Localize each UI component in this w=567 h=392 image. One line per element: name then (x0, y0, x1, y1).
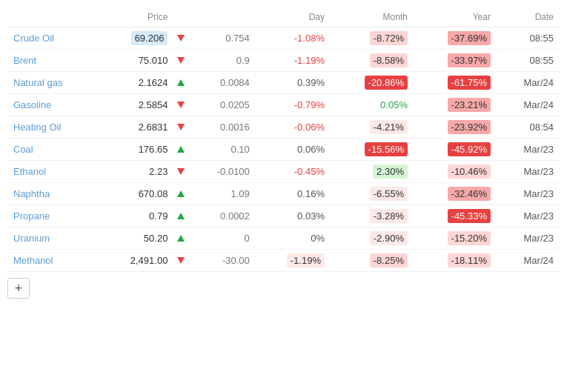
cell-direction (173, 183, 188, 205)
cell-date: Mar/23 (497, 227, 560, 250)
cell-day: 0.03% (256, 205, 331, 227)
cell-price: 2.1624 (99, 72, 173, 94)
col-header-date: Date (497, 7, 560, 27)
table-header-row: Price Day Month Year Date (7, 7, 560, 27)
cell-name[interactable]: Uranium (7, 227, 99, 250)
col-header-month: Month (331, 7, 414, 27)
cell-price: 0.79 (99, 205, 173, 227)
table-row: Propane0.790.00020.03%-3.28%-45.33%Mar/2… (7, 205, 560, 227)
table-row: Uranium50.2000%-2.90%-15.20%Mar/23 (7, 227, 560, 250)
cell-date: Mar/24 (497, 94, 560, 116)
arrow-down-icon (177, 124, 185, 130)
cell-day: 0.06% (256, 139, 331, 161)
cell-change: 0.9 (188, 50, 255, 72)
table-row: Natural gas2.16240.00840.39%-20.86%-61.7… (7, 72, 560, 94)
cell-date: Mar/23 (497, 205, 560, 227)
cell-price: 176.65 (99, 139, 173, 161)
cell-change: 0.754 (188, 27, 255, 50)
cell-name[interactable]: Heating Oil (7, 116, 99, 139)
arrow-down-icon (177, 257, 185, 264)
cell-name[interactable]: Natural gas (7, 72, 99, 94)
commodities-table: Price Day Month Year Date Crude Oil69.20… (7, 7, 560, 272)
cell-direction (173, 72, 188, 94)
cell-month: -8.58% (331, 50, 414, 72)
arrow-up-icon (177, 235, 185, 242)
arrow-up-icon (177, 190, 185, 197)
cell-month: -8.25% (331, 250, 414, 272)
cell-price: 75.010 (99, 50, 173, 72)
cell-name[interactable]: Crude Oil (7, 27, 99, 50)
cell-name[interactable]: Gasoline (7, 94, 99, 116)
cell-day: 0.39% (256, 72, 331, 94)
cell-month: 0.05% (331, 94, 414, 116)
cell-year: -45.92% (414, 139, 497, 161)
cell-price: 670.08 (99, 183, 173, 205)
arrow-up-icon (177, 146, 185, 153)
cell-date: Mar/23 (497, 183, 560, 205)
table-row: Crude Oil69.2060.754-1.08%-8.72%-37.69%0… (7, 27, 560, 50)
cell-change: -0.0100 (188, 161, 255, 183)
cell-price: 50.20 (99, 227, 173, 250)
cell-day: -1.08% (256, 27, 331, 50)
cell-direction (173, 227, 188, 250)
cell-direction (173, 94, 188, 116)
cell-direction (173, 50, 188, 72)
cell-price: 69.206 (99, 27, 173, 50)
cell-direction (173, 27, 188, 50)
cell-change: 0.10 (188, 139, 255, 161)
col-header-year: Year (414, 7, 497, 27)
cell-day: 0.16% (256, 183, 331, 205)
cell-direction (173, 161, 188, 183)
cell-name[interactable]: Methanol (7, 250, 99, 272)
table-row: Brent75.0100.9-1.19%-8.58%-33.97%08:55 (7, 50, 560, 72)
cell-date: Mar/23 (497, 161, 560, 183)
col-header-price: Price (99, 7, 173, 27)
cell-month: -3.28% (331, 205, 414, 227)
cell-name[interactable]: Ethanol (7, 161, 99, 183)
table-row: Naphtha670.081.090.16%-6.55%-32.46%Mar/2… (7, 183, 560, 205)
cell-day: -0.79% (256, 94, 331, 116)
cell-price: 2.5854 (99, 94, 173, 116)
cell-year: -18.11% (414, 250, 497, 272)
cell-day: -0.06% (256, 116, 331, 139)
cell-direction (173, 139, 188, 161)
cell-date: 08:54 (497, 116, 560, 139)
cell-date: 08:55 (497, 50, 560, 72)
commodities-table-container: Price Day Month Year Date Crude Oil69.20… (0, 0, 567, 306)
cell-price: 2.23 (99, 161, 173, 183)
arrow-down-icon (177, 168, 185, 175)
arrow-up-icon (177, 213, 185, 219)
cell-name[interactable]: Propane (7, 205, 99, 227)
add-row-button[interactable]: + (7, 278, 30, 299)
cell-year: -45.33% (414, 205, 497, 227)
cell-change: 1.09 (188, 183, 255, 205)
cell-direction (173, 116, 188, 139)
table-row: Ethanol2.23-0.0100-0.45%2.30%-10.46%Mar/… (7, 161, 560, 183)
cell-name[interactable]: Naphtha (7, 183, 99, 205)
cell-date: Mar/24 (497, 72, 560, 94)
cell-month: 2.30% (331, 161, 414, 183)
cell-month: -2.90% (331, 227, 414, 250)
cell-month: -8.72% (331, 27, 414, 50)
arrow-down-icon (177, 57, 185, 64)
cell-year: -37.69% (414, 27, 497, 50)
cell-price: 2,491.00 (99, 250, 173, 272)
cell-change: 0 (188, 227, 255, 250)
cell-name[interactable]: Brent (7, 50, 99, 72)
cell-day: -1.19% (256, 50, 331, 72)
cell-month: -4.21% (331, 116, 414, 139)
cell-change: -30.00 (188, 250, 255, 272)
cell-date: Mar/24 (497, 250, 560, 272)
table-row: Gasoline2.58540.0205-0.79%0.05%-23.21%Ma… (7, 94, 560, 116)
cell-day: -1.19% (256, 250, 331, 272)
arrow-down-icon (177, 35, 185, 41)
cell-day: 0% (256, 227, 331, 250)
cell-year: -15.20% (414, 227, 497, 250)
col-header-name (7, 7, 99, 27)
table-row: Coal176.650.100.06%-15.56%-45.92%Mar/23 (7, 139, 560, 161)
col-header-change (188, 7, 255, 27)
cell-change: 0.0084 (188, 72, 255, 94)
arrow-up-icon (177, 79, 185, 86)
cell-name[interactable]: Coal (7, 139, 99, 161)
cell-direction (173, 250, 188, 272)
